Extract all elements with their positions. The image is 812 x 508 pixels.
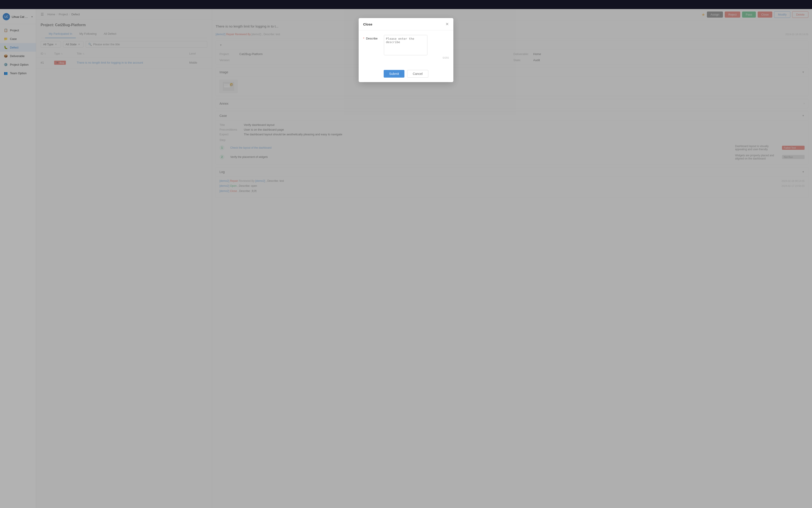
cancel-button[interactable]: Cancel xyxy=(407,70,428,78)
modal-overlay: Close ✕ * Describe 0/255 Submit Cancel xyxy=(0,0,812,508)
describe-label: * Describe xyxy=(363,35,381,40)
modal-footer: Submit Cancel xyxy=(359,67,453,82)
modal-close-button[interactable]: ✕ xyxy=(445,22,449,27)
char-count: 0/255 xyxy=(384,56,449,59)
describe-form-row: * Describe 0/255 xyxy=(363,35,449,59)
modal-title: Close xyxy=(363,22,372,26)
submit-button[interactable]: Submit xyxy=(384,70,404,78)
modal-header: Close ✕ xyxy=(359,18,453,31)
close-modal: Close ✕ * Describe 0/255 Submit Cancel xyxy=(359,18,453,82)
describe-textarea[interactable] xyxy=(384,35,427,55)
modal-body: * Describe 0/255 xyxy=(359,31,453,67)
